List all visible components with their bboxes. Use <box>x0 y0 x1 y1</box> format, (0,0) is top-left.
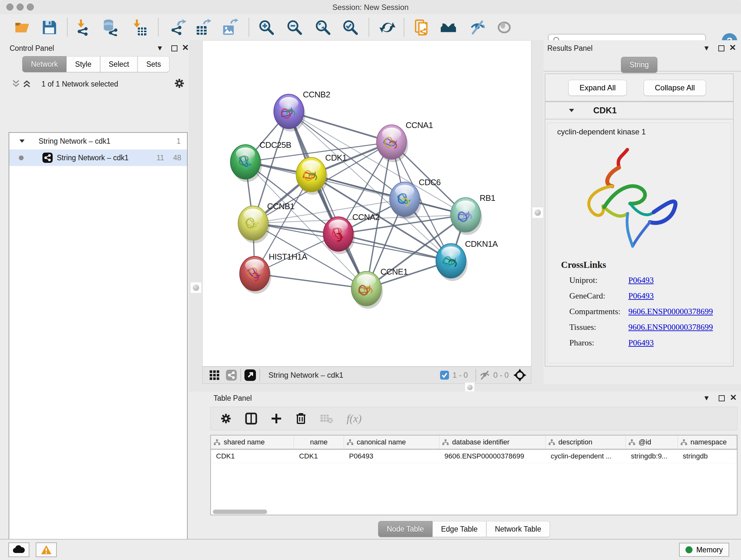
table-column-header[interactable]: namespace <box>678 435 737 449</box>
delete-column-icon[interactable] <box>295 413 307 425</box>
memory-button[interactable]: Memory <box>679 543 729 557</box>
zoom-selected-button[interactable] <box>342 19 359 36</box>
table-cell[interactable]: stringdb:9... <box>626 449 678 463</box>
hide-selected-button[interactable] <box>469 19 486 36</box>
table-panel-float-icon[interactable] <box>719 395 725 401</box>
bottom-splitter-handle[interactable] <box>465 382 475 392</box>
table-row[interactable]: CDK1CDK1P064939606.ENSP00000378699cyclin… <box>211 449 737 463</box>
crosslink-link[interactable]: P06493 <box>628 275 654 285</box>
network-node[interactable]: CCNE1 <box>351 267 408 309</box>
clone-network-button[interactable] <box>414 19 431 36</box>
collection-expander-icon[interactable] <box>19 138 25 144</box>
open-session-button[interactable] <box>14 19 31 36</box>
import-table-from-file-button[interactable] <box>131 19 148 36</box>
tab-network-table[interactable]: Network Table <box>486 521 550 537</box>
hidden-eye-icon[interactable] <box>479 370 490 380</box>
network-row[interactable]: String Network – cdk1 11 48 <box>9 149 187 166</box>
table-column-header[interactable]: description <box>546 435 626 449</box>
network-options-gear-icon[interactable] <box>174 78 185 89</box>
detach-view-button[interactable] <box>244 369 256 381</box>
table-cell[interactable]: cyclin-dependent ... <box>546 449 626 463</box>
crosslink-link[interactable]: 9606.ENSP00000378699 <box>628 322 713 332</box>
table-cell[interactable]: 9606.ENSP00000378699 <box>440 449 546 463</box>
expand-all-button[interactable]: Expand All <box>568 80 627 96</box>
node-table: shared namenamecanonical namedatabase id… <box>210 435 738 515</box>
results-panel-close-icon[interactable]: ✕ <box>729 43 736 53</box>
create-column-icon[interactable] <box>271 413 282 424</box>
table-column-header[interactable]: database identifier <box>440 435 546 449</box>
network-node[interactable]: CCNB2 <box>274 90 330 132</box>
control-panel-close-icon[interactable]: ✕ <box>182 43 189 53</box>
export-table-button[interactable] <box>195 19 212 36</box>
network-icon-button[interactable] <box>226 369 237 381</box>
import-network-from-file-button[interactable] <box>75 19 92 36</box>
network-node[interactable]: CDC6 <box>390 178 441 219</box>
table-panel-collapse-icon[interactable]: ▼ <box>703 394 710 402</box>
table-column-header[interactable]: shared name <box>211 435 294 449</box>
control-panel-collapse-icon[interactable]: ▼ <box>156 44 163 52</box>
left-splitter-handle[interactable] <box>190 282 202 294</box>
network-node[interactable]: HIST1H1A <box>240 252 307 294</box>
import-network-from-database-button[interactable] <box>101 19 118 36</box>
tab-select[interactable]: Select <box>100 56 138 72</box>
network-canvas[interactable]: CCNB2CCNA1CDC25BCDK1CDC6RB1CCNB1CCNA2CDK… <box>202 40 531 367</box>
edge-layer <box>246 111 466 289</box>
network-collection-row[interactable]: String Network – cdk1 1 <box>9 133 187 149</box>
apply-layout-button[interactable] <box>379 19 396 36</box>
table-column-header[interactable]: name <box>294 435 344 449</box>
network-node[interactable]: CDK1 <box>296 153 347 195</box>
selected-checkbox-icon[interactable] <box>440 370 449 380</box>
export-network-button[interactable] <box>169 19 186 36</box>
table-column-header[interactable]: @id <box>626 435 678 449</box>
network-node[interactable]: CDKN1A <box>436 239 498 281</box>
show-columns-icon[interactable] <box>245 413 257 425</box>
crosslink-link[interactable]: P06493 <box>628 291 654 301</box>
tab-sets[interactable]: Sets <box>138 56 170 72</box>
crosslink-row: Compartments:9606.ENSP00000378699 <box>569 307 723 316</box>
results-panel-float-icon[interactable] <box>718 45 724 51</box>
table-cell[interactable]: stringdb <box>678 449 737 463</box>
tab-edge-table[interactable]: Edge Table <box>432 521 486 537</box>
function-builder-button[interactable]: f(x) <box>347 413 361 425</box>
network-edge[interactable] <box>289 111 366 289</box>
table-column-header[interactable]: canonical name <box>344 435 440 449</box>
gene-expander-icon[interactable] <box>568 108 575 113</box>
table-panel-close-icon[interactable]: ✕ <box>730 393 737 402</box>
tab-node-table[interactable]: Node Table <box>378 521 432 537</box>
save-session-button[interactable] <box>41 19 58 36</box>
network-node[interactable]: CCNA2 <box>323 212 380 254</box>
crosslink-link[interactable]: 9606.ENSP00000378699 <box>628 307 713 316</box>
expand-all-icon[interactable] <box>22 79 31 88</box>
table-cell[interactable]: P06493 <box>344 449 440 463</box>
table-cell[interactable]: CDK1 <box>294 449 344 463</box>
show-all-button[interactable] <box>495 19 513 36</box>
right-splitter-handle[interactable] <box>532 207 543 219</box>
control-panel-float-icon[interactable] <box>172 45 178 51</box>
table-cell[interactable]: CDK1 <box>211 449 294 463</box>
zoom-out-button[interactable] <box>286 19 303 36</box>
network-node[interactable]: RB1 <box>451 193 495 235</box>
zoom-fit-button[interactable] <box>314 19 332 36</box>
table-toolbar: f(x) <box>210 407 738 430</box>
table-options-gear-icon[interactable] <box>220 413 232 424</box>
collapse-all-button[interactable]: Collapse All <box>644 80 706 96</box>
network-node[interactable]: CCNB1 <box>238 201 294 243</box>
crosslink-link[interactable]: P06493 <box>628 338 654 348</box>
zoom-in-button[interactable] <box>258 19 275 36</box>
results-panel-collapse-icon[interactable]: ▼ <box>703 44 710 52</box>
tab-style[interactable]: Style <box>66 56 100 72</box>
grid-view-button[interactable] <box>209 370 220 381</box>
tab-string[interactable]: String <box>621 57 657 73</box>
cloud-status-button[interactable] <box>8 543 29 557</box>
export-image-button[interactable] <box>221 19 239 36</box>
first-neighbors-button[interactable] <box>440 19 457 36</box>
birds-eye-view-button[interactable] <box>513 368 527 382</box>
collection-count: 1 <box>177 137 181 145</box>
network-node[interactable]: CDC25B <box>230 140 291 182</box>
collapse-all-icon[interactable] <box>11 79 20 88</box>
network-edge[interactable] <box>255 273 366 289</box>
table-horizontal-scrollbar[interactable] <box>213 509 267 514</box>
warning-status-button[interactable] <box>36 543 57 557</box>
delete-table-icon[interactable] <box>320 414 333 424</box>
tab-network[interactable]: Network <box>22 56 66 72</box>
